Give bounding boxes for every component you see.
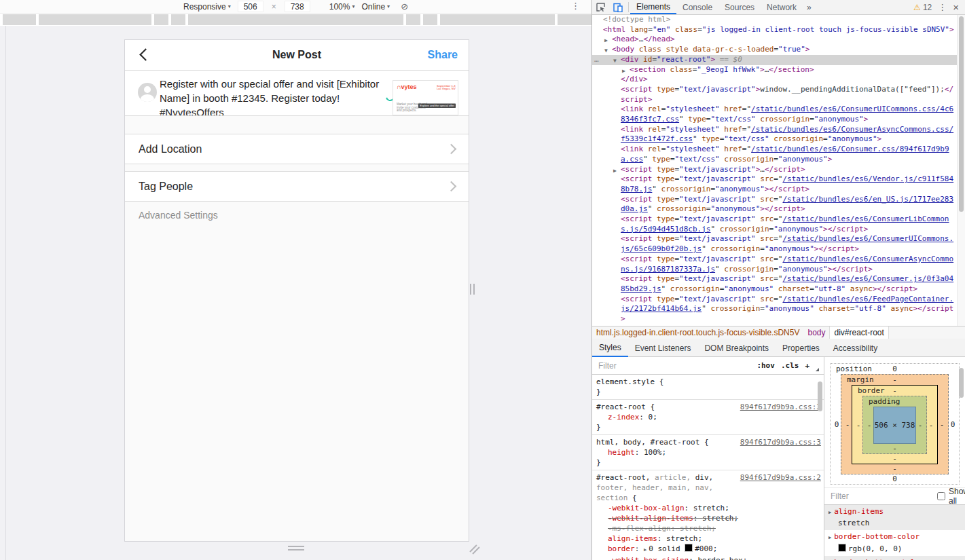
- code-token: "anonymous": [778, 265, 828, 274]
- zoom-select[interactable]: 100% ▾: [329, 2, 355, 12]
- elements-tree-line[interactable]: <script type="text/javascript" src="/sta…: [592, 295, 958, 324]
- media-query-segment[interactable]: [423, 14, 437, 25]
- devtools-toolbar: Elements Console Sources Network » ⚠ 12 …: [592, 0, 965, 15]
- style-rule[interactable]: 894f617d9b9a.css:2#react-root, article, …: [592, 470, 824, 560]
- network-throttle-select[interactable]: Online ▾: [361, 2, 390, 12]
- css-property[interactable]: height: 100%;: [596, 447, 820, 458]
- breadcrumb-item[interactable]: html.js.logged-in.client-root.touch.js-f…: [592, 326, 803, 339]
- toggle-device-toolbar-button[interactable]: [609, 0, 627, 14]
- element-classes-toggle[interactable]: .cls: [781, 361, 799, 370]
- more-tabs-button[interactable]: »: [803, 0, 816, 14]
- caption-input[interactable]: Register with our special offer and visi…: [160, 77, 388, 116]
- close-devtools-button[interactable]: ×: [953, 1, 959, 13]
- advanced-settings-label[interactable]: Advanced Settings: [125, 202, 469, 541]
- computed-scrollbar-thumb[interactable]: [959, 368, 964, 398]
- css-property[interactable]: -webkit-box-align: stretch;: [596, 503, 820, 513]
- devtools-menu-button[interactable]: ⋮: [938, 2, 947, 12]
- tab-sources[interactable]: Sources: [718, 0, 761, 14]
- box-model-diagram[interactable]: position 0 0 margin - -: [824, 357, 965, 487]
- node-options-ellipsis-icon[interactable]: …: [594, 55, 599, 65]
- stylesheet-source-link[interactable]: 894f617d9b9a.css:2: [740, 472, 821, 483]
- elements-tree-line[interactable]: <script type="text/javascript" src="/sta…: [592, 255, 958, 274]
- css-property[interactable]: -webkit-box-sizing: border-box;: [596, 555, 820, 560]
- viewport-resize-handle-right[interactable]: [470, 284, 477, 295]
- media-query-bar[interactable]: [0, 14, 591, 26]
- media-query-segment[interactable]: [440, 14, 555, 25]
- tab-accessibility[interactable]: Accessibility: [826, 340, 884, 356]
- viewport-resize-handle-bottom[interactable]: [288, 546, 304, 551]
- share-button[interactable]: Share: [428, 49, 458, 61]
- pseudo-state-toggle[interactable]: :hov: [757, 361, 775, 370]
- media-query-segment[interactable]: [188, 14, 403, 25]
- code-token: crossorigin: [657, 185, 710, 193]
- warning-icon: ⚠: [913, 3, 921, 12]
- styles-filter-input[interactable]: [597, 360, 757, 371]
- media-query-segment[interactable]: [406, 14, 420, 25]
- elements-tree-line[interactable]: <html lang="en" class="js logged-in clie…: [592, 25, 958, 35]
- elements-tree-line[interactable]: ▶<script type="text/javascript">…</scrip…: [592, 165, 958, 175]
- code-token: =: [760, 304, 765, 313]
- elements-tree-line[interactable]: <script type="text/javascript" src="/sta…: [592, 234, 958, 254]
- elements-tree-line[interactable]: <script type="text/javascript">window.__…: [592, 85, 958, 105]
- style-rule[interactable]: 894f617d9b9a.css:3html, body, #react-roo…: [592, 435, 824, 470]
- tag-people-row[interactable]: Tag People: [125, 172, 469, 202]
- computed-property[interactable]: ▶border-bottom-colorrgb(0, 0, 0): [824, 530, 965, 556]
- breadcrumb-item[interactable]: div#react-root: [829, 326, 888, 339]
- elements-tree-line[interactable]: ▼<body class style data-gr-c-s-loaded="t…: [592, 45, 958, 55]
- elements-tree-line[interactable]: ▶<section class="_9eogI hfWwk">…</sectio…: [592, 65, 958, 75]
- device-options-menu-button[interactable]: ⋮: [571, 1, 581, 11]
- elements-tree-line[interactable]: <script type="text/javascript" src="/sta…: [592, 174, 958, 194]
- css-property[interactable]: z-index: 0;: [596, 412, 820, 422]
- css-property[interactable]: border: ▶0 solid #000;: [596, 544, 820, 555]
- computed-property[interactable]: ▶border-bottom-style: [824, 556, 965, 560]
- caption-line: Register with our special offer and visi…: [160, 77, 388, 91]
- tab-event-listeners[interactable]: Event Listeners: [628, 340, 698, 356]
- show-all-checkbox[interactable]: [937, 492, 945, 500]
- tab-console[interactable]: Console: [676, 0, 718, 14]
- viewport-resize-handle-corner[interactable]: [467, 542, 481, 555]
- elements-tree-line[interactable]: <link rel="stylesheet" href="/static/bun…: [592, 145, 958, 164]
- elements-tree-line[interactable]: <link rel="stylesheet" href="/static/bun…: [592, 125, 958, 145]
- tab-properties[interactable]: Properties: [776, 340, 826, 356]
- styles-scrollbar-thumb[interactable]: [818, 381, 822, 411]
- chevron-down-icon: ▾: [228, 3, 231, 10]
- elements-tree-line[interactable]: <!doctype html>: [592, 15, 958, 25]
- scrollbar-thumb[interactable]: [959, 16, 964, 212]
- tab-styles[interactable]: Styles: [592, 339, 628, 357]
- stylesheet-source-link[interactable]: 894f617d9b9a.css:3: [740, 402, 821, 412]
- css-property[interactable]: align-items: stretch;: [596, 534, 820, 544]
- breadcrumb-item[interactable]: body: [803, 326, 829, 339]
- code-token: type: [652, 214, 674, 223]
- media-query-segment[interactable]: [3, 14, 36, 25]
- media-query-segment[interactable]: [171, 14, 185, 25]
- media-query-segment[interactable]: [558, 14, 591, 25]
- computed-property[interactable]: ▶align-itemsstretch: [824, 505, 965, 530]
- device-mode-select[interactable]: Responsive ▾: [183, 2, 231, 12]
- media-query-segment[interactable]: [154, 14, 168, 25]
- tab-dom-breakpoints[interactable]: DOM Breakpoints: [697, 340, 776, 356]
- elements-tree-line[interactable]: <script type="text/javascript" src="/sta…: [592, 274, 958, 294]
- elements-tree-line[interactable]: ▶<head>…</head>: [592, 35, 958, 45]
- emulated-viewport: New Post Share Register with our special…: [125, 40, 469, 541]
- computed-filter-input[interactable]: [829, 491, 937, 502]
- tab-network[interactable]: Network: [761, 0, 803, 14]
- media-query-segment[interactable]: [39, 14, 151, 25]
- elements-tree-line[interactable]: <script type="text/javascript" src="/sta…: [592, 195, 958, 214]
- add-location-row[interactable]: Add Location: [125, 134, 469, 164]
- tab-elements[interactable]: Elements: [630, 0, 676, 14]
- viewport-width-input[interactable]: [238, 1, 263, 12]
- elements-tree-line[interactable]: <script type="text/javascript" src="/sta…: [592, 214, 958, 234]
- style-rule[interactable]: 894f617d9b9a.css:3#react-root {z-index: …: [592, 400, 824, 435]
- stylesheet-source-link[interactable]: 894f617d9b9a.css:3: [740, 437, 821, 447]
- elements-scrollbar[interactable]: [957, 15, 965, 326]
- elements-tree-line[interactable]: </div>: [592, 75, 958, 85]
- elements-tree-line-selected[interactable]: …▼<div id="react-root"> == $0: [592, 55, 958, 65]
- viewport-height-input[interactable]: [285, 1, 310, 12]
- css-property[interactable]: -ms-flex-align: stretch;: [596, 523, 820, 534]
- warnings-badge[interactable]: ⚠ 12: [913, 3, 932, 12]
- css-property[interactable]: -webkit-align-items: stretch;: [596, 513, 820, 523]
- style-rule[interactable]: element.style {}: [592, 375, 824, 400]
- new-style-rule-button[interactable]: +: [805, 361, 809, 370]
- inspect-element-button[interactable]: [592, 0, 609, 14]
- elements-tree-line[interactable]: <link rel="stylesheet" href="/static/bun…: [592, 105, 958, 124]
